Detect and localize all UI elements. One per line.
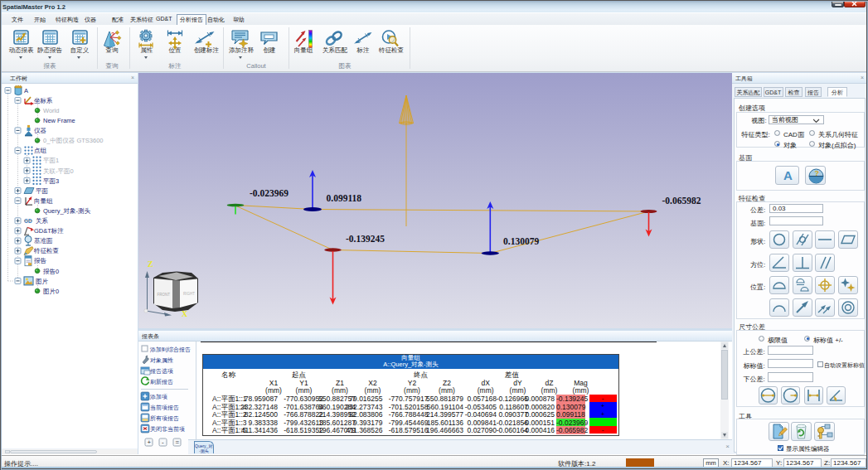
svg-text:0.130079: 0.130079 bbox=[503, 236, 539, 246]
svg-text:关联-平面0: 关联-平面0 bbox=[43, 167, 74, 175]
svg-text:RIGHT: RIGHT bbox=[183, 292, 195, 296]
svg-text:GD&T标注: GD&T标注 bbox=[34, 227, 64, 235]
svg-text:仪器: 仪器 bbox=[34, 127, 46, 134]
svg-text:报告: 报告 bbox=[33, 257, 47, 264]
svg-text:?: ? bbox=[111, 31, 114, 37]
svg-text:向量组: 向量组 bbox=[34, 197, 53, 205]
svg-text:所有项报告: 所有项报告 bbox=[150, 415, 179, 422]
svg-text:添加项: 添加项 bbox=[149, 394, 167, 400]
svg-text:World: World bbox=[43, 107, 59, 114]
svg-text:平面1: 平面1 bbox=[43, 157, 59, 164]
svg-text:-0.023969: -0.023969 bbox=[250, 188, 289, 198]
svg-text:关闭非当前项: 关闭非当前项 bbox=[150, 425, 185, 433]
svg-text:坐标系: 坐标系 bbox=[34, 97, 53, 104]
svg-text:基准面: 基准面 bbox=[34, 237, 53, 245]
svg-text:平面3: 平面3 bbox=[43, 177, 59, 185]
svg-text:对象属性: 对象属性 bbox=[150, 357, 173, 363]
svg-text:点组: 点组 bbox=[34, 147, 47, 154]
svg-text:报告0: 报告0 bbox=[42, 268, 59, 275]
svg-text:0_中图仪器 GTS3600: 0_中图仪器 GTS3600 bbox=[43, 137, 104, 144]
svg-text:图片0: 图片0 bbox=[43, 288, 59, 295]
svg-text:?: ? bbox=[814, 168, 819, 177]
svg-text:A: A bbox=[24, 87, 28, 94]
svg-text:特征检查: 特征检查 bbox=[33, 247, 59, 254]
svg-text:New Frame: New Frame bbox=[43, 117, 75, 124]
svg-text:Query_对象-测头: Query_对象-测头 bbox=[43, 207, 91, 215]
svg-text:-0.139245: -0.139245 bbox=[346, 234, 385, 244]
svg-text:添加到综合报告: 添加到综合报告 bbox=[149, 346, 191, 353]
svg-text:平面: 平面 bbox=[36, 187, 49, 195]
svg-text:刷新报告: 刷新报告 bbox=[150, 378, 173, 385]
svg-text:当前项报告: 当前项报告 bbox=[150, 405, 179, 411]
svg-text:-: - bbox=[162, 439, 164, 446]
svg-text:+: + bbox=[148, 439, 152, 446]
svg-text:=: = bbox=[176, 439, 180, 446]
svg-text:关系: 关系 bbox=[36, 217, 49, 225]
svg-text:报告选项: 报告选项 bbox=[149, 368, 173, 375]
svg-text:FRONT: FRONT bbox=[158, 293, 171, 297]
svg-text:Z: Z bbox=[148, 259, 153, 269]
svg-text:0.099118: 0.099118 bbox=[327, 193, 362, 203]
svg-text:图片: 图片 bbox=[36, 278, 49, 285]
svg-text:-0.065982: -0.065982 bbox=[662, 196, 701, 206]
